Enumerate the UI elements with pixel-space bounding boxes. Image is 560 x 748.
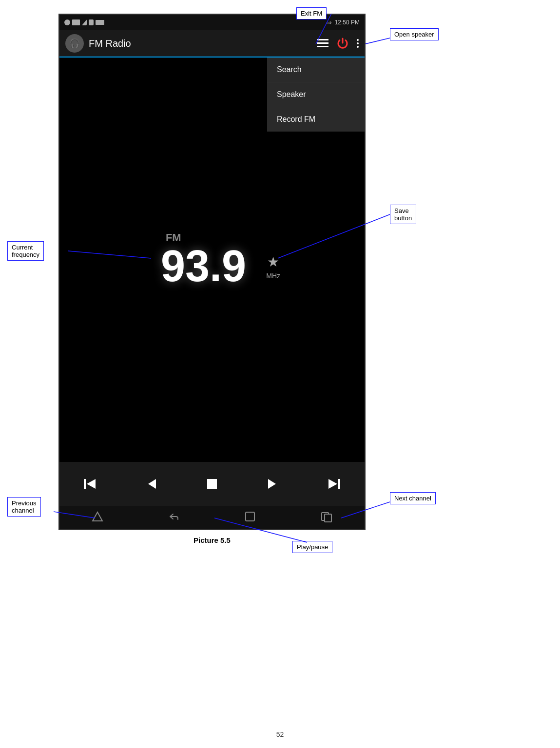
status-icons-left	[64, 19, 104, 25]
svg-rect-8	[338, 479, 340, 489]
svg-marker-10	[93, 512, 102, 521]
svg-rect-6	[207, 479, 217, 489]
app-bar-actions	[317, 37, 359, 50]
svg-rect-3	[84, 479, 86, 489]
annotation-save-button: Savebutton	[390, 205, 416, 224]
annotation-next-channel: Next channel	[390, 492, 436, 504]
annotation-exit-fm-text: Exit FM	[301, 10, 322, 17]
power-icon[interactable]	[336, 37, 349, 50]
stop-button[interactable]	[200, 472, 224, 496]
controls-bar	[59, 462, 365, 506]
annotation-current-frequency-text: Currentfrequency	[12, 244, 39, 258]
time-display: 12:50 PM	[335, 19, 360, 26]
svg-line-15	[366, 38, 390, 44]
svg-rect-2	[317, 46, 328, 47]
menu-item-search[interactable]: Search	[267, 58, 365, 82]
annotation-previous-channel-text: Previouschannel	[12, 499, 37, 514]
forward-seek-button[interactable]	[261, 472, 285, 496]
frequency-number: 93.9	[161, 244, 246, 288]
phone-screen: ⇒ 12:50 PM 🎧 FM Radio	[58, 14, 366, 530]
more-icon[interactable]	[357, 39, 359, 48]
app-title: FM Radio	[89, 38, 317, 49]
status-icon-battery	[96, 20, 104, 25]
frequency-display: FM 93.9 ★ MHz	[161, 231, 246, 288]
page-number: 52	[276, 730, 284, 738]
back-seek-button[interactable]	[139, 472, 163, 496]
annotation-next-channel-text: Next channel	[394, 495, 431, 502]
nav-home-button[interactable]	[92, 511, 103, 525]
bluetooth-icon: ⇒	[326, 19, 332, 26]
caption-text: Picture 5.5	[193, 536, 231, 544]
menu-item-speaker[interactable]: Speaker	[267, 82, 365, 107]
annotation-exit-fm: Exit FM	[296, 7, 327, 19]
annotation-play-pause: Play/pause	[292, 541, 332, 553]
mhz-label: MHz	[266, 272, 280, 280]
svg-marker-7	[268, 479, 276, 489]
annotation-open-speaker-text: Open speaker	[394, 31, 434, 38]
svg-rect-13	[325, 514, 331, 522]
annotation-save-button-text: Savebutton	[394, 207, 412, 222]
svg-rect-1	[317, 42, 328, 44]
list-icon[interactable]	[317, 39, 328, 48]
annotation-open-speaker: Open speaker	[390, 28, 439, 40]
status-icon-lock	[89, 19, 94, 25]
next-channel-button[interactable]	[322, 472, 346, 496]
nav-recent-button[interactable]	[321, 511, 332, 525]
app-bar: 🎧 FM Radio	[59, 30, 365, 58]
annotation-previous-channel: Previouschannel	[7, 497, 41, 517]
svg-marker-4	[87, 479, 96, 489]
nav-menu-button[interactable]	[244, 511, 256, 525]
prev-channel-button[interactable]	[78, 472, 102, 496]
dropdown-menu: Search Speaker Record FM	[267, 58, 365, 132]
menu-item-record[interactable]: Record FM	[267, 107, 365, 132]
status-icon-1	[64, 19, 70, 25]
annotation-play-pause-text: Play/pause	[297, 543, 328, 551]
nav-bar	[59, 506, 365, 529]
mhz-container: ★ MHz	[266, 254, 280, 280]
svg-marker-5	[148, 479, 156, 489]
svg-rect-0	[317, 39, 328, 40]
star-icon[interactable]: ★	[267, 254, 279, 270]
status-icon-2	[72, 19, 80, 25]
status-icon-signal	[82, 19, 87, 25]
svg-marker-9	[328, 479, 337, 489]
annotation-current-frequency: Currentfrequency	[7, 241, 44, 261]
status-time: ⇒ 12:50 PM	[326, 19, 360, 26]
main-content: Search Speaker Record FM FM 93.9 ★ MHz	[59, 58, 365, 462]
svg-rect-11	[246, 512, 254, 521]
nav-back-button[interactable]	[168, 511, 180, 525]
app-logo: 🎧	[65, 34, 84, 53]
